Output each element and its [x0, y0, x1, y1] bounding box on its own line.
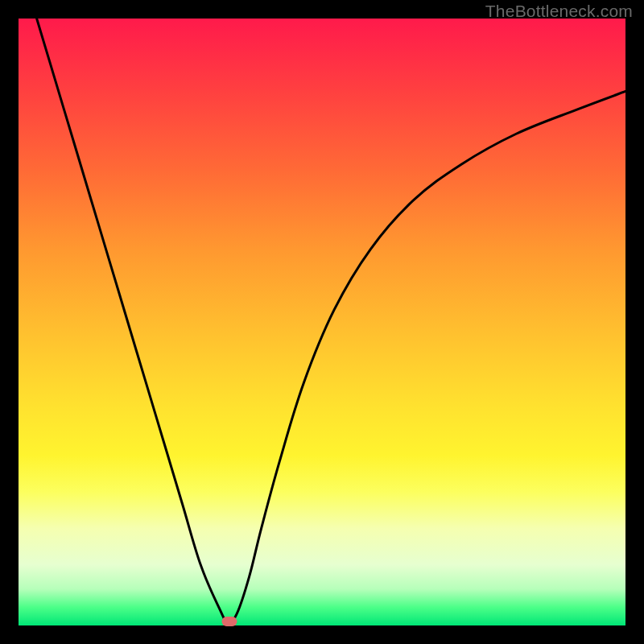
bottleneck-curve [19, 19, 625, 625]
watermark-text: TheBottleneck.com [485, 2, 633, 21]
plot-area [19, 19, 625, 625]
optimum-marker [222, 617, 237, 626]
curve-path [37, 19, 625, 623]
